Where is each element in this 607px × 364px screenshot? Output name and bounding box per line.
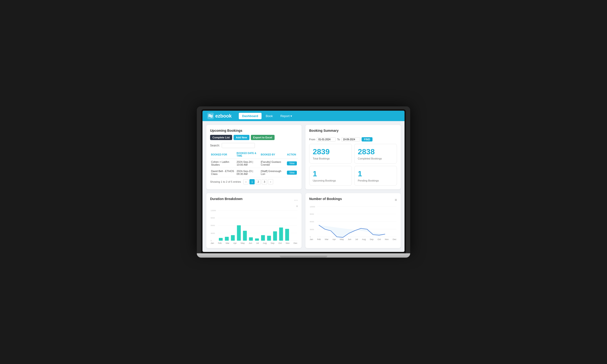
pagination-page-2[interactable]: 2	[256, 179, 261, 184]
bookings-table: BOOKED FOR BOOKED DATE & TIME BOOKED BY …	[210, 151, 298, 177]
pagination-showing: Showing 1 to 2 of 5 entries	[210, 180, 241, 183]
number-of-bookings-title: Number of Bookings	[309, 197, 342, 201]
svg-text:12000: 12000	[211, 209, 216, 212]
upcoming-bookings-card: Upcoming Bookings Complete List Add New …	[206, 125, 302, 189]
pagination-next[interactable]: ›	[268, 179, 273, 184]
svg-text:5000: 5000	[211, 224, 215, 227]
col-action: ACTION	[286, 151, 298, 159]
completed-bookings-value: 2838	[358, 147, 393, 156]
svg-rect-15	[243, 231, 247, 241]
svg-rect-17	[255, 238, 259, 241]
from-date-input[interactable]	[317, 137, 336, 142]
total-bookings-value: 2839	[313, 147, 348, 156]
date-time-cell: 2024-Sep-24 | 10:00 AM	[236, 159, 260, 168]
upcoming-bookings-value: 1	[313, 169, 348, 178]
duration-breakdown-card: Duration Breakdown ⋯ ≡ 12000 9000 5000	[206, 193, 302, 248]
to-date-input[interactable]	[341, 137, 360, 142]
svg-rect-22	[285, 229, 289, 241]
svg-rect-13	[231, 235, 235, 241]
booking-summary-title: Booking Summary	[309, 129, 339, 132]
svg-text:3000: 3000	[211, 232, 215, 234]
nav-tabs: Dashboard Book Report ▾	[239, 113, 295, 119]
pagination-prev[interactable]: ‹	[243, 179, 249, 184]
duration-chart: 12000 9000 5000 3000 0	[210, 208, 298, 242]
view-button[interactable]: View	[287, 161, 297, 165]
pagination-page-1[interactable]: 1	[250, 179, 255, 184]
view-button[interactable]: View	[287, 171, 297, 175]
svg-text:0: 0	[310, 236, 311, 238]
nav-tab-book[interactable]: Book	[263, 113, 276, 119]
svg-text:9000: 9000	[310, 213, 314, 215]
search-input[interactable]	[222, 143, 255, 148]
svg-rect-12	[225, 237, 229, 241]
from-label: From	[309, 138, 315, 141]
pagination: Showing 1 to 2 of 5 entries ‹ 1 2 3 ›	[210, 179, 298, 184]
hamburger-icon[interactable]: ≡	[210, 205, 298, 208]
svg-rect-11	[219, 238, 223, 241]
table-row: Cohen > LatAm Studies 2024-Sep-24 | 10:0…	[210, 159, 298, 168]
export-excel-button[interactable]: Export to Excel	[251, 135, 275, 140]
svg-text:9000: 9000	[211, 217, 215, 219]
navbar: ezbook Dashboard Book Report ▾	[202, 111, 405, 121]
search-row: Search:	[210, 143, 298, 148]
find-button[interactable]: FIND	[362, 137, 372, 142]
number-of-bookings-card: Number of Bookings ≡ 10000 9000 6000 300…	[305, 193, 401, 248]
svg-rect-19	[267, 236, 271, 241]
completed-bookings-label: Completed Bookings	[358, 157, 393, 160]
bookings-menu-icon[interactable]: ≡	[395, 198, 397, 202]
duration-menu-icon[interactable]: ⋯	[294, 198, 298, 202]
stat-pending: 1 Pending Bookings	[354, 166, 397, 185]
svg-text:0: 0	[211, 240, 212, 242]
upcoming-bookings-title: Upcoming Bookings	[210, 129, 298, 132]
duration-chart-header: Duration Breakdown ⋯	[210, 197, 298, 203]
date-time-cell: 2024-Sep-23 | 09:30 AM	[236, 168, 260, 177]
action-cell: View	[286, 159, 298, 168]
stats-grid: 2839 Total Bookings 2838 Completed Booki…	[309, 144, 397, 185]
total-bookings-label: Total Bookings	[313, 157, 348, 160]
svg-text:10000: 10000	[310, 206, 315, 208]
svg-rect-14	[237, 225, 241, 241]
duration-breakdown-title: Duration Breakdown	[210, 197, 243, 201]
col-booked-for: BOOKED FOR	[210, 151, 236, 159]
svg-rect-21	[279, 228, 283, 241]
action-cell: View	[286, 168, 298, 177]
col-booked-by: BOOKED BY	[260, 151, 286, 159]
svg-text:6000: 6000	[310, 221, 314, 223]
table-row: David Bell - ETHOS Class 2024-Sep-23 | 0…	[210, 168, 298, 177]
upcoming-bookings-label: Upcoming Bookings	[313, 179, 348, 182]
nav-tab-report[interactable]: Report ▾	[277, 113, 295, 119]
to-label: To	[337, 138, 340, 141]
svg-rect-18	[261, 235, 265, 241]
svg-text:3000: 3000	[310, 228, 314, 231]
svg-rect-20	[273, 231, 277, 241]
stat-upcoming: 1 Upcoming Bookings	[309, 166, 352, 185]
booking-summary-card: Booking Summary From To FIND	[305, 125, 401, 189]
summary-header: Booking Summary	[309, 129, 397, 135]
booked-for-cell: David Bell - ETHOS Class	[210, 168, 236, 177]
line-chart: 10000 9000 6000 3000 0	[309, 205, 397, 238]
bookings-chart-header: Number of Bookings ≡	[309, 197, 397, 203]
search-label: Search:	[210, 144, 220, 147]
date-filter-row: From To FIND	[309, 137, 397, 142]
stat-total: 2839 Total Bookings	[309, 144, 352, 164]
booked-for-cell: Cohen > LatAm Studies	[210, 159, 236, 168]
pending-bookings-label: Pending Bookings	[358, 179, 393, 182]
pagination-page-3[interactable]: 3	[262, 179, 267, 184]
add-new-button[interactable]: Add New	[234, 135, 250, 140]
col-booked-date: BOOKED DATE & TIME	[236, 151, 260, 159]
svg-rect-16	[249, 237, 253, 241]
booked-by-cell: [Faculty] Gustavo Crembil	[260, 159, 286, 168]
upcoming-bookings-actions: Complete List Add New Export to Excel	[210, 135, 298, 140]
nav-tab-dashboard[interactable]: Dashboard	[239, 113, 262, 119]
booked-by-cell: [Staff] Greenough Lori	[260, 168, 286, 177]
logo: ezbook	[207, 113, 232, 119]
complete-list-button[interactable]: Complete List	[210, 135, 232, 140]
stat-completed: 2838 Completed Bookings	[354, 144, 397, 164]
pending-bookings-value: 1	[358, 169, 393, 178]
